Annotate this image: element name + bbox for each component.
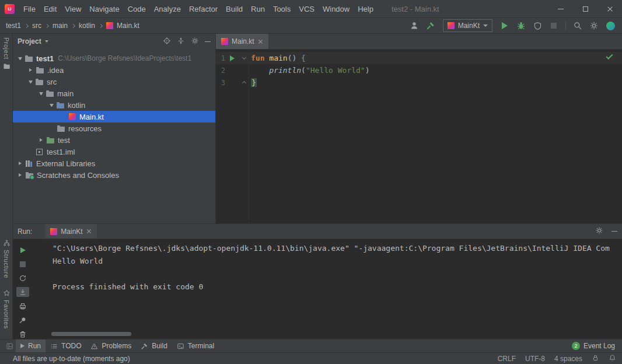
tree-item-external-libraries[interactable]: External Libraries (13, 158, 215, 169)
code-line-2[interactable]: 2 println("Hello World") (216, 64, 622, 76)
search-everywhere-button[interactable] (571, 19, 585, 32)
stripe-project-button[interactable]: Project (0, 37, 13, 70)
toolwindow-build-button[interactable]: Build (136, 340, 172, 352)
tool-windows-switcher-icon[interactable] (4, 340, 16, 352)
close-button[interactable] (597, 0, 622, 18)
breadcrumb-src[interactable]: src (31, 22, 43, 30)
hide-panel-button[interactable] (611, 231, 617, 232)
rerun-button[interactable] (16, 245, 29, 255)
coverage-button[interactable] (530, 19, 544, 32)
notifications-icon[interactable] (609, 354, 616, 363)
expander-down-icon[interactable] (29, 80, 33, 83)
run-gutter-icon[interactable] (230, 55, 235, 61)
expander-right-icon[interactable] (19, 173, 22, 177)
run-console-output[interactable]: "C:\Users\Borge Refsnes\.jdks\adopt-open… (33, 239, 622, 339)
fold-region-icon[interactable] (242, 55, 246, 60)
run-toolbar (13, 239, 33, 339)
stop-process-button[interactable] (16, 259, 29, 269)
code-line-3[interactable]: 3 } (216, 76, 622, 89)
run-configuration-select[interactable]: MainKt (443, 19, 492, 32)
console-line: Process finished with exit code 0 (53, 281, 622, 293)
code-text: fun main() { (249, 54, 306, 62)
status-message[interactable]: All files are up-to-date (moments ago) (13, 355, 130, 363)
minimize-button[interactable] (548, 0, 573, 18)
collapse-all-button[interactable] (177, 37, 185, 47)
line-ending-indicator[interactable]: CRLF (498, 355, 516, 363)
menu-view[interactable]: View (61, 0, 85, 18)
tree-item-scratches[interactable]: Scratches and Consoles (13, 169, 215, 181)
close-tab-icon[interactable] (258, 39, 263, 44)
breadcrumb-main[interactable]: main (51, 22, 69, 30)
project-tree: test1 C:\Users\Borge Refsnes\IdeaProject… (13, 49, 215, 181)
intellij-logo-icon: IJ (5, 4, 15, 14)
menu-file[interactable]: File (19, 0, 40, 18)
menu-analyze[interactable]: Analyze (150, 0, 185, 18)
encoding-indicator[interactable]: UTF-8 (525, 355, 545, 363)
restore-layout-button[interactable] (16, 273, 29, 283)
tree-item-test[interactable]: test (13, 134, 215, 146)
menu-navigate[interactable]: Navigate (85, 0, 123, 18)
code-line-1[interactable]: 1 fun main() { (216, 52, 622, 64)
indent-indicator[interactable]: 4 spaces (554, 355, 582, 363)
clear-console-button[interactable] (16, 329, 29, 339)
tree-item-mainkt-selected[interactable]: Main.kt (13, 111, 215, 123)
run-tab-mainkt[interactable]: MainKt (45, 224, 96, 239)
tree-item-resources[interactable]: resources (13, 123, 215, 134)
tree-item-kotlin[interactable]: kotlin (13, 99, 215, 111)
menu-tools[interactable]: Tools (269, 0, 295, 18)
profile-icon[interactable] (407, 19, 421, 32)
toolwindow-problems-button[interactable]: Problems (86, 340, 136, 352)
breadcrumb-test1[interactable]: test1 (5, 22, 22, 30)
run-tool-window: Run: MainKt (13, 223, 622, 339)
tree-item-src[interactable]: src (13, 76, 215, 88)
expander-down-icon[interactable] (18, 57, 22, 60)
toolwindow-run-button[interactable]: Run (16, 340, 46, 352)
tree-item-idea[interactable]: .idea (13, 64, 215, 76)
breadcrumb-kotlin[interactable]: kotlin (78, 22, 96, 30)
expander-down-icon[interactable] (39, 92, 43, 95)
close-tab-icon[interactable] (86, 229, 92, 234)
tree-item-project-root[interactable]: test1 C:\Users\Borge Refsnes\IdeaProject… (13, 52, 215, 64)
expander-right-icon[interactable] (29, 68, 32, 72)
horizontal-scrollbar[interactable] (51, 332, 131, 336)
menu-edit[interactable]: Edit (40, 0, 61, 18)
run-settings-button[interactable] (595, 226, 603, 236)
menu-window[interactable]: Window (319, 0, 354, 18)
expander-right-icon[interactable] (19, 162, 22, 165)
debug-button[interactable] (514, 19, 528, 32)
menu-help[interactable]: Help (354, 0, 378, 18)
code-editor[interactable]: 1 fun main() { 2 println("Hello World") (216, 50, 622, 223)
scroll-to-end-button[interactable] (16, 287, 29, 297)
menu-build[interactable]: Build (222, 0, 247, 18)
maximize-button[interactable] (573, 0, 597, 18)
project-panel-title[interactable]: Project (18, 37, 41, 46)
fold-region-icon[interactable] (242, 81, 246, 85)
select-opened-file-button[interactable] (163, 37, 171, 47)
tree-item-test1-iml[interactable]: test1.iml (13, 146, 215, 158)
code-with-me-icon[interactable] (603, 19, 617, 32)
menu-run[interactable]: Run (247, 0, 269, 18)
stripe-structure-button[interactable]: Structure (0, 239, 13, 278)
print-button[interactable] (16, 301, 29, 311)
readonly-lock-icon[interactable] (592, 354, 599, 363)
menu-refactor[interactable]: Refactor (185, 0, 222, 18)
menu-code[interactable]: Code (124, 0, 150, 18)
toolwindow-terminal-button[interactable]: Terminal (172, 340, 219, 352)
expander-down-icon[interactable] (50, 104, 54, 107)
menu-vcs[interactable]: VCS (295, 0, 319, 18)
breadcrumb-mainkt[interactable]: Main.kt (116, 22, 141, 30)
run-button[interactable] (498, 19, 512, 32)
hide-panel-button[interactable] (205, 41, 211, 42)
toolwindow-todo-button[interactable]: TODO (46, 340, 86, 352)
tree-item-main[interactable]: main (13, 88, 215, 99)
pin-tab-button[interactable] (16, 315, 29, 325)
editor-tab-mainkt[interactable]: Main.kt (216, 34, 268, 49)
expander-right-icon[interactable] (40, 138, 43, 142)
settings-button[interactable] (587, 19, 601, 32)
stop-button[interactable] (547, 19, 561, 32)
panel-settings-button[interactable] (191, 37, 199, 47)
build-project-button[interactable] (424, 19, 438, 32)
status-bar: All files are up-to-date (moments ago) C… (0, 352, 622, 364)
stripe-favorites-button[interactable]: Favorites (0, 289, 13, 329)
event-log-button[interactable]: 2 Event Log (572, 342, 618, 350)
